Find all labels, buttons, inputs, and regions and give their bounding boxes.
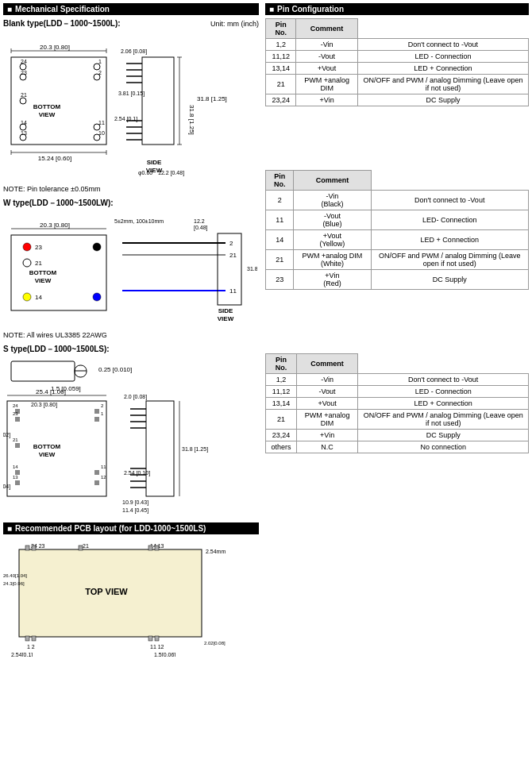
pin-func: -Vout(Blue): [294, 210, 371, 230]
svg-text:23: 23: [21, 70, 27, 75]
svg-text:11: 11: [229, 287, 237, 295]
pin-func: -Vout: [296, 386, 358, 398]
table-row: 21 PWM +analog DIM ON/OFF and PWM / anal…: [266, 410, 529, 430]
table-row: 11,12 -Vout LED - Connection: [266, 51, 529, 63]
svg-rect-136: [148, 545, 152, 550]
pin-comment: No connection: [358, 441, 529, 453]
pin-func: PWM +analog DIM: [296, 410, 358, 430]
svg-text:1: 1: [98, 59, 102, 64]
unit-label: Unit: mm (inch): [210, 20, 259, 28]
blank-type-title: Blank type(LDD－1000~1500L):: [3, 18, 121, 29]
svg-rect-138: [25, 636, 29, 641]
pin-table3-wrapper: Pin No. Comment 1,2 -Vin Don't connect t…: [265, 353, 529, 453]
pin-table3-col1-header: Pin No.: [266, 354, 297, 374]
table-row: 23 +Vin(Red) DC Supply: [266, 270, 529, 290]
s-type-section: S type(LDD－1000~1500LS): 0.25 [0.010] 1.…: [3, 344, 259, 518]
pin-comment: Don't connect to -Vout: [358, 374, 529, 386]
pin-func: +Vin: [296, 430, 358, 441]
pcb-section: Recommended PCB layout (for LDD-1000~150…: [3, 522, 259, 658]
blank-type-section: Blank type(LDD－1000~1500L): Unit: mm (in…: [3, 18, 259, 193]
pin-table2: Pin No. Comment 2 -Vin(Black) Don't conn…: [265, 170, 529, 290]
svg-text:2.54mm: 2.54mm: [206, 549, 226, 554]
svg-text:BOTTOM: BOTTOM: [33, 443, 61, 450]
svg-point-9: [94, 64, 100, 70]
pin-no: 2: [266, 191, 294, 210]
w-type-svg: 20.3 [0.80] 23 21 14 BOTTOM VIEW: [3, 211, 257, 326]
svg-rect-97: [15, 480, 20, 485]
mech-spec-title: Mechanical Specification: [15, 5, 110, 13]
table-row: 13,14 +Vout LED + Connection: [266, 398, 529, 410]
pin-no: 21: [266, 410, 297, 430]
svg-text:2: 2: [98, 70, 102, 75]
svg-text:26.40[1.04]: 26.40[1.04]: [3, 573, 27, 578]
svg-text:24.3[0.96]: 24.3[0.96]: [3, 581, 25, 586]
svg-text:2.54[0.1]: 2.54[0.1]: [11, 652, 33, 657]
table-row: 23,24 +Vin DC Supply: [266, 94, 529, 106]
svg-text:20.3 [0.80]: 20.3 [0.80]: [31, 402, 57, 408]
pin-no: 13,14: [266, 63, 296, 75]
table-row: 13,14 +Vout LED + Connection: [266, 63, 529, 75]
pin-comment: LED + Connection: [358, 398, 529, 410]
svg-text:15.24 [0.60]: 15.24 [0.60]: [38, 155, 71, 162]
svg-rect-137: [155, 545, 159, 550]
svg-text:BOTTOM: BOTTOM: [33, 103, 61, 110]
pin-no: 23,24: [266, 94, 296, 106]
svg-rect-93: [15, 443, 20, 448]
svg-text:31.8 [1.25]: 31.8 [1.25]: [197, 95, 227, 102]
svg-rect-140: [148, 636, 152, 641]
pin-func: +Vout: [296, 398, 358, 410]
pin-no: others: [266, 441, 297, 453]
pin-func: +Vin(Red): [294, 270, 371, 290]
pin-table2-col1-header: Pin No.: [266, 171, 294, 191]
svg-rect-29: [142, 57, 174, 145]
pin-no: 21: [266, 250, 294, 270]
svg-text:1: 1: [101, 411, 104, 416]
pin-comment: ON/OFF and PWM / analog Dimming (Leave o…: [358, 410, 529, 430]
pin-comment: DC Supply: [357, 94, 528, 106]
pin-func: +Vout(Yellow): [294, 230, 371, 250]
svg-text:2: 2: [101, 403, 104, 408]
pin-func: PWM +analog DIM (White): [294, 250, 371, 270]
svg-text:0.25 [0.010]: 0.25 [0.010]: [98, 366, 132, 373]
pin-table1-wrapper: Pin No. Comment 1,2 -Vin Don't connect t…: [265, 18, 529, 106]
svg-point-60: [93, 293, 101, 301]
svg-text:3.81 [0.15]: 3.81 [0.15]: [118, 91, 145, 97]
mech-spec-header: Mechanical Specification: [3, 3, 259, 15]
pin-no: 1,2: [266, 39, 296, 51]
svg-rect-76: [11, 361, 75, 381]
svg-point-13: [20, 98, 26, 104]
table-row: 21 PWM +analog DIM ON/OFF and PWM / anal…: [266, 75, 529, 94]
svg-text:[0.48]: [0.48]: [194, 225, 208, 231]
pin-comment: LED + Connection: [357, 63, 528, 75]
svg-text:20.3 [0.80]: 20.3 [0.80]: [40, 44, 70, 51]
s-type-title: S type(LDD－1000~1500LS):: [3, 344, 259, 355]
pin-func: PWM +analog DIM: [296, 75, 358, 94]
w-type-diagram: 20.3 [0.80] 23 21 14 BOTTOM VIEW: [3, 211, 259, 328]
pin-no: 23: [266, 270, 294, 290]
svg-text:31.8 [1.25]: 31.8 [1.25]: [188, 105, 195, 135]
svg-text:20.3 [0.80]: 20.3 [0.80]: [40, 222, 70, 229]
table-row: 23,24 +Vin DC Supply: [266, 430, 529, 441]
svg-text:VIEW: VIEW: [35, 277, 52, 284]
w-type-section: W type(LDD－1000~1500LW): 20.3 [0.80] 23 …: [3, 198, 259, 339]
pin-comment: LED - Connection: [358, 386, 529, 398]
w-type-title: W type(LDD－1000~1500LW):: [3, 198, 259, 209]
table-row: 21 PWM +analog DIM (White) ON/OFF and PW…: [266, 250, 529, 270]
pin-table2-wrapper: Pin No. Comment 2 -Vin(Black) Don't conn…: [265, 170, 529, 290]
pin-no: 11: [266, 210, 294, 230]
svg-text:12.2: 12.2: [194, 218, 205, 224]
svg-text:14: 14: [21, 120, 27, 125]
pin-comment: Don't connect to -Vout: [371, 191, 528, 210]
pin-no: 1,2: [266, 374, 297, 386]
svg-text:TOP VIEW: TOP VIEW: [85, 587, 128, 596]
svg-text:21: 21: [35, 260, 42, 267]
blank-type-note: NOTE: Pin tolerance ±0.05mm: [3, 185, 259, 193]
pin-no: 23,24: [266, 430, 297, 441]
svg-rect-133: [25, 545, 29, 550]
pin-func: N.C: [296, 441, 358, 453]
svg-text:12: 12: [101, 475, 106, 480]
pin-func: +Vout: [296, 63, 358, 75]
svg-text:BOTTOM: BOTTOM: [29, 269, 57, 276]
svg-text:14: 14: [35, 294, 42, 301]
table-row: 14 +Vout(Yellow) LED + Connection: [266, 230, 529, 250]
